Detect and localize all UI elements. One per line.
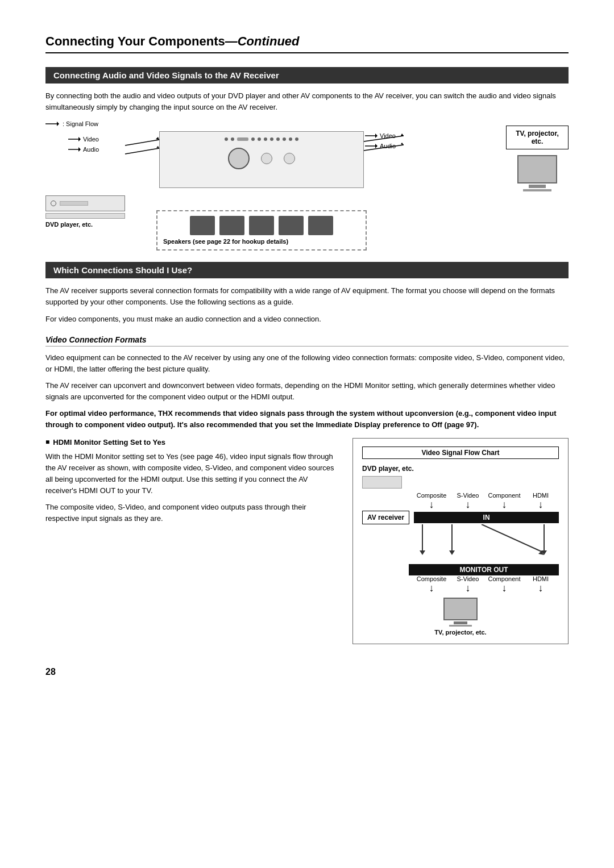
video-label-left: Video — [68, 136, 99, 143]
svg-marker-21 — [449, 550, 455, 555]
audio-label-right: Audio — [365, 143, 396, 149]
flow-chart-title: Video Signal Flow Chart — [362, 446, 559, 459]
dvd-player-diagram: DVD player, etc. — [45, 195, 125, 228]
fc-out-label-svideo: S-Video — [450, 575, 486, 582]
fc-arrow-svideo: ↓ — [450, 499, 486, 511]
page-number: 28 — [45, 667, 569, 677]
hdmi-header: HDMI Monitor Setting Set to Yes — [45, 438, 337, 446]
audio-label-left: Audio — [68, 146, 99, 153]
fc-out-arrow-composite: ↓ — [413, 582, 450, 594]
main-diagram: : Signal Flow Video Audio — [45, 120, 569, 251]
hdmi-body2: The composite video, S-Video, and compon… — [45, 502, 337, 524]
fc-monitor-out-bar: MONITOR OUT — [409, 564, 559, 575]
tv-projector-box: TV, projector, etc. — [506, 126, 569, 191]
svg-line-22 — [482, 524, 544, 553]
fc-col-composite: Composite — [413, 492, 450, 499]
video-label-right: Video — [365, 132, 396, 139]
av-receiver-diagram — [159, 131, 364, 188]
fc-arrow-hdmi: ↓ — [522, 499, 559, 511]
svg-marker-1 — [57, 122, 59, 126]
svg-marker-5 — [78, 147, 81, 152]
fc-dvd-icon — [362, 476, 402, 489]
signal-legend: : Signal Flow — [45, 120, 98, 128]
svg-marker-19 — [420, 550, 425, 555]
fc-arrow-composite: ↓ — [413, 499, 450, 511]
section1-header: Connecting Audio and Video Signals to th… — [45, 67, 569, 84]
fc-signal-paths-svg — [413, 524, 559, 564]
left-column: HDMI Monitor Setting Set to Yes With the… — [45, 438, 337, 644]
fc-out-arrow-hdmi: ↓ — [522, 582, 559, 594]
fc-tv-icon: TV, projector, etc. — [362, 598, 559, 636]
section2-header: Which Connections Should I Use? — [45, 262, 569, 278]
speakers-label: Speakers (see page 22 for hookup details… — [163, 238, 360, 245]
fc-col-component: Component — [486, 492, 522, 499]
fc-input-columns: Composite S-Video Component HDMI ↓ ↓ ↓ ↓ — [362, 492, 559, 511]
svg-marker-7 — [375, 133, 377, 138]
hdmi-body1: With the HDMI Monitor setting set to Yes… — [45, 451, 337, 497]
fc-in-bar: IN — [414, 512, 559, 523]
speakers-box: Speakers (see page 22 for hookup details… — [156, 210, 367, 251]
fc-diagonal-arrows — [413, 524, 559, 564]
section1-body: By connecting both the audio and video o… — [45, 90, 569, 113]
svg-marker-9 — [375, 144, 377, 148]
fc-out-label-hdmi: HDMI — [522, 575, 559, 582]
fc-dvd-label: DVD player, etc. — [362, 465, 559, 473]
subsection-title: Video Connection Formats — [45, 335, 569, 347]
vcf-body3-bold: For optimal video performance, THX recom… — [45, 408, 569, 431]
vcf-body2: The AV receiver can upconvert and downco… — [45, 380, 569, 403]
fc-col-hdmi: HDMI — [522, 492, 559, 499]
fc-arrow-component: ↓ — [486, 499, 522, 511]
page-title: Connecting Your Components—Continued — [45, 34, 569, 53]
fc-av-label-box: AV receiver — [362, 511, 409, 524]
fc-monitor-out-row: MONITOR OUT — [362, 564, 559, 575]
vcf-body1: Video equipment can be connected to the … — [45, 352, 569, 375]
svg-line-10 — [125, 140, 159, 145]
dvd-label: DVD player, etc. — [45, 221, 125, 228]
svg-marker-3 — [78, 137, 81, 141]
svg-line-12 — [125, 148, 159, 154]
flow-chart-container: Video Signal Flow Chart DVD player, etc.… — [352, 438, 569, 644]
fc-tv-label: TV, projector, etc. — [362, 629, 559, 636]
two-col-layout: HDMI Monitor Setting Set to Yes With the… — [45, 438, 569, 644]
fc-out-label-composite: Composite — [413, 575, 450, 582]
fc-out-arrow-component: ↓ — [486, 582, 522, 594]
svg-marker-15 — [401, 133, 404, 136]
fc-out-arrow-svideo: ↓ — [450, 582, 486, 594]
flow-chart-panel: Video Signal Flow Chart DVD player, etc.… — [352, 438, 569, 644]
svg-marker-17 — [401, 143, 404, 145]
section2-body1: The AV receiver supports several connect… — [45, 285, 569, 308]
fc-out-label-component: Component — [486, 575, 522, 582]
section2-body2: For video components, you must make an a… — [45, 314, 569, 325]
fc-av-row: AV receiver IN — [362, 511, 559, 524]
fc-col-svideo: S-Video — [450, 492, 486, 499]
